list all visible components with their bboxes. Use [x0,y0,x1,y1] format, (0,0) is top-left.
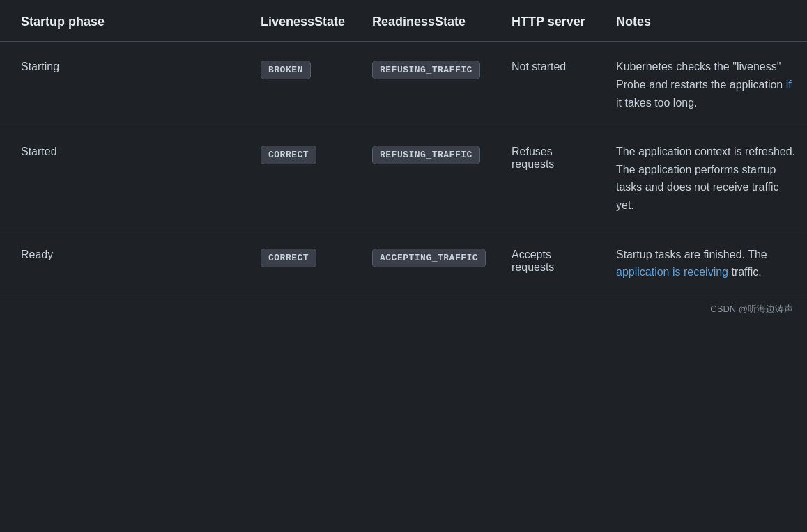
table-header-row: Startup phase LivenessState ReadinessSta… [0,0,807,42]
table-container: Startup phase LivenessState ReadinessSta… [0,0,807,324]
notes-cell: The application context is refreshed. Th… [605,127,807,230]
header-http-server: HTTP server [500,0,605,42]
notes-cell: Startup tasks are finished. The applicat… [605,230,807,297]
phase-cell: Starting [0,42,249,127]
http-server-cell: Refuses requests [500,127,605,230]
notes-cell: Kubernetes checks the "liveness" Probe a… [605,42,807,127]
http-server-cell: Accepts requests [500,230,605,297]
table-row: StartedCORRECTREFUSING_TRAFFICRefuses re… [0,127,807,230]
startup-phases-table: Startup phase LivenessState ReadinessSta… [0,0,807,297]
table-row: ReadyCORRECTACCEPTING_TRAFFICAccepts req… [0,230,807,297]
watermark: CSDN @听海边涛声 [0,297,807,324]
table-row: StartingBROKENREFUSING_TRAFFICNot starte… [0,42,807,127]
header-notes: Notes [605,0,807,42]
header-startup-phase: Startup phase [0,0,249,42]
readiness-cell: ACCEPTING_TRAFFIC [361,230,500,297]
notes-link: if [786,79,792,91]
liveness-badge: CORRECT [261,249,316,267]
liveness-cell: CORRECT [249,127,361,230]
http-server-cell: Not started [500,42,605,127]
readiness-badge: REFUSING_TRAFFIC [372,146,480,164]
header-liveness-state: LivenessState [249,0,361,42]
liveness-cell: BROKEN [249,42,361,127]
readiness-badge: ACCEPTING_TRAFFIC [372,249,486,267]
readiness-cell: REFUSING_TRAFFIC [361,127,500,230]
liveness-badge: CORRECT [261,146,316,164]
notes-link: application is receiving [616,266,728,278]
liveness-cell: CORRECT [249,230,361,297]
liveness-badge: BROKEN [261,61,311,79]
readiness-badge: REFUSING_TRAFFIC [372,61,480,79]
header-readiness-state: ReadinessState [361,0,500,42]
readiness-cell: REFUSING_TRAFFIC [361,42,500,127]
phase-cell: Ready [0,230,249,297]
phase-cell: Started [0,127,249,230]
